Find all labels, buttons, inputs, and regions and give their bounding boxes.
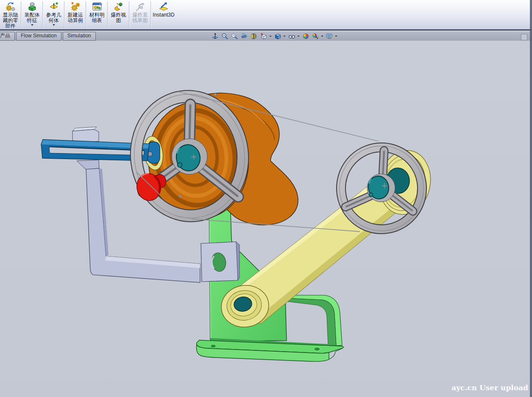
toolbar-separator (129, 1, 130, 28)
reference-geometry-button[interactable]: 参考几 何体 (44, 0, 64, 29)
button-label: 细表 (92, 18, 102, 23)
view-settings-icon[interactable] (326, 33, 333, 40)
viewport-3d[interactable]: ayc.cn User upload (0, 41, 532, 397)
button-label: 动算例 (68, 18, 83, 23)
assembly-features-button[interactable]: 装配体 特征 (22, 0, 42, 29)
assembly-features-icon (27, 1, 38, 12)
reference-geometry-icon (48, 1, 59, 12)
toolbar-separator (64, 1, 65, 28)
bill-of-materials-icon (92, 1, 103, 12)
toolbar-separator (42, 1, 43, 28)
view-selector-icon[interactable] (241, 33, 248, 40)
button-label: Instant3D (153, 12, 174, 18)
view-orientation-caret-icon[interactable] (269, 36, 272, 37)
show-hide-components-button[interactable]: 显示隐 藏的零 部件 (0, 0, 20, 29)
toolbar-separator (150, 1, 151, 28)
exploded-view-button[interactable]: 爆炸视 图 (109, 0, 128, 29)
display-style-icon[interactable] (274, 33, 281, 40)
heads-up-view-toolbar (212, 32, 337, 41)
exploded-view-icon (113, 1, 124, 12)
explode-line-sketch-button[interactable]: 爆炸直 线草图 (130, 0, 150, 29)
button-label: 特征 (27, 18, 37, 23)
edit-appearance-icon[interactable] (302, 33, 309, 40)
new-motion-study-icon (70, 1, 81, 12)
bill-of-materials-button[interactable]: 材料明 细表 (87, 0, 107, 29)
apply-scene-caret-icon[interactable] (321, 36, 323, 37)
explode-line-sketch-icon (135, 1, 146, 12)
instant3d-button[interactable]: Instant3D (152, 0, 175, 29)
new-motion-study-button[interactable]: 新建运 动算例 (65, 0, 85, 29)
zoom-to-area-icon[interactable] (221, 33, 228, 40)
watermark: ayc.cn User upload (451, 383, 528, 392)
hide-show-items-icon[interactable] (288, 33, 295, 40)
zoom-to-fit-icon[interactable] (212, 33, 219, 40)
dropdown-caret-icon[interactable] (53, 24, 55, 26)
show-hide-components-icon (5, 1, 16, 12)
hide-show-items-caret-icon[interactable] (297, 36, 300, 37)
view-settings-caret-icon[interactable] (335, 36, 337, 37)
assembly-scene (0, 41, 532, 397)
button-label: 线草图 (133, 18, 148, 23)
instant3d-icon (158, 1, 169, 12)
tab-product[interactable]: 产品 (0, 32, 15, 41)
featuremanager-toggle[interactable] (521, 34, 527, 40)
button-label: 部件 (6, 23, 16, 29)
dropdown-caret-icon[interactable] (31, 24, 33, 26)
toolbar-separator (86, 1, 86, 28)
origin-point (179, 195, 181, 198)
command-manager-ribbon: 显示隐 藏的零 部件 装配体 特征 (0, 0, 532, 31)
button-label: 何体 (49, 18, 59, 23)
previous-view-icon[interactable] (231, 33, 238, 40)
view-orientation-icon[interactable] (260, 33, 267, 40)
tab-flow-simulation[interactable]: Flow Simulation (16, 32, 61, 41)
tab-simulation[interactable]: Simulation (63, 32, 96, 41)
window-right-edge (530, 0, 532, 397)
display-style-caret-icon[interactable] (283, 36, 286, 37)
toolbar-separator (21, 1, 22, 28)
toolbar-separator (107, 1, 108, 28)
apply-scene-icon[interactable] (312, 33, 319, 40)
section-view-icon[interactable] (251, 33, 258, 40)
button-label: 图 (116, 18, 121, 23)
